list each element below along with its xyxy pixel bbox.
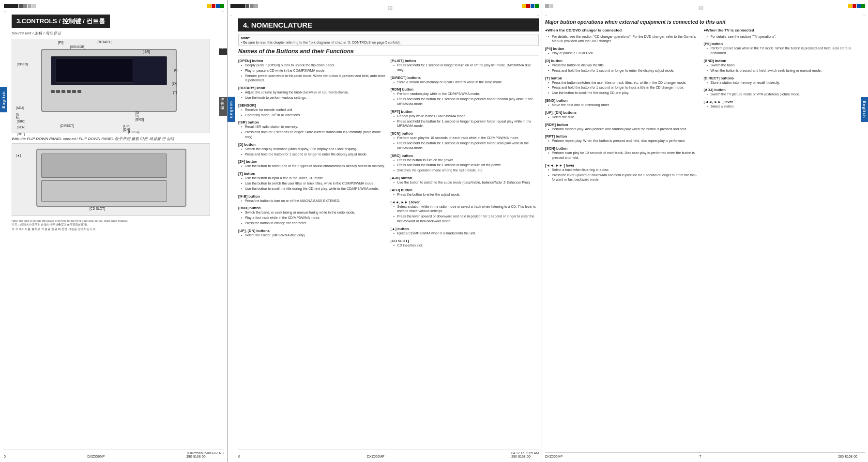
btn-mb: [M-B] button Press the button to turn on… [238, 194, 387, 204]
btn-open: [OPEN] button Deeply push in [OPEN] butt… [238, 59, 387, 83]
korean-tab: 한국어 [219, 97, 227, 116]
model-right: DXZ556MP [545, 455, 563, 458]
cddvd-pll: [Pll] button Play or pause a CD or DVD. [545, 46, 699, 56]
page-footer-middle: 6 DXZ556MP 04.12.16, 9:05 AM 280-8168-00 [238, 449, 539, 458]
cddvd-sub-note: For details, see the section "CD changer… [545, 34, 699, 45]
cddvd-bnd: [BND] button Move the next disc in incre… [545, 98, 699, 108]
btn-z: [Z+] button Use the button to select one… [238, 159, 387, 169]
btn-src: [SRC] button Press the button to turn on… [391, 154, 539, 173]
cddvd-scn: [SCN] button Perform scan play for 10 se… [545, 146, 699, 161]
btn-direct: [DIRECT] buttons Store a station into me… [391, 76, 539, 85]
page-number-right: 7 [700, 455, 701, 458]
page-left: ⌐¬ English 3.CONTROLS / 控制键 / 컨트롤 中文 한국어… [0, 0, 228, 462]
tv-pll: [Pll] button Perform preset scan while i… [704, 42, 858, 56]
section-title: Names of the Buttons and their Functions [238, 48, 539, 56]
cddvd-t: [T] button Press the button switches the… [545, 76, 699, 96]
btn-updn: [UP], [DN] buttons Select the Folder. (M… [238, 229, 387, 238]
cddvd-col: ●When the CD/DVD changer is connected Fo… [545, 28, 699, 452]
nomenclature-col2: [P.LIST] button Press and hold for 1 sec… [391, 59, 539, 448]
page-footer-left: 5 DXZ556MP +DXZ556MP-003-8-ENG 280-8168-… [4, 449, 224, 458]
cddvd-lever: [◄◄, ►► ] lever Select a track when list… [545, 163, 699, 183]
barcode2-middle: 280-8168-00 [511, 455, 539, 458]
btn-d: [D] button Switch the display indication… [238, 142, 387, 157]
btn-bnd: [BND] button Switch the band, or seek tu… [238, 206, 387, 226]
btn-am: [A-M] button Use the button to switch to… [391, 176, 539, 185]
flip-panel-label: With the FLIP DOWN PANEL opened / FLIP D… [12, 136, 224, 141]
btn-lever: [◄◄, ►► ] lever Select a station while i… [391, 200, 539, 224]
source-unit-label: Source unit / 主机 / 헤드유닛 [12, 31, 224, 36]
tv-col: ●When the TV is connected For details, s… [704, 28, 858, 452]
tv-lever: [◄◄, ►► ] lever Select a station. [704, 100, 858, 109]
btn-cdslot: [CD SLOT] CD insertion slot. [391, 239, 539, 248]
chinese-tab: 中文 [219, 48, 227, 55]
page-number-left: 5 [4, 455, 6, 458]
page-footer-right: DXZ556MP 7 280-8168-00 [545, 452, 865, 458]
right-main-title: Major button operations when external eq… [545, 18, 865, 26]
btn-scn: [SCN] button Perform scan play for 10 se… [391, 131, 539, 151]
btn-rdm: [RDM] button Perform random play while i… [391, 87, 539, 107]
barcode-right: 280-8168-00 [838, 455, 857, 458]
english-tab-middle: English [228, 97, 235, 122]
small-note: Note: Be sure to unfold this page and re… [12, 219, 224, 231]
chapter-title: 3.CONTROLS / 控制键 / 컨트롤 [12, 15, 110, 28]
chapter-title-middle: 4. NOMENCLATURE [238, 18, 539, 31]
note-text: • Be sure to read this chapter referring… [241, 41, 536, 44]
barcode-left: +DXZ556MP-003-8-ENG [186, 451, 224, 455]
tv-heading: ●When the TV is connected [704, 28, 858, 32]
btn-adj: [ADJ] button Press the button to enter t… [391, 188, 539, 198]
note-box: Note: • Be sure to read this chapter ref… [238, 34, 539, 46]
model-middle: DXZ556MP [367, 455, 384, 458]
barcode2-left: 280-8168-00 [186, 455, 224, 458]
btn-t: [T] button Use the button to input a tit… [238, 171, 387, 191]
corner-marks: ⌐¬ [4, 9, 224, 14]
page-right: ⊕ ⌐¬ English Major button operations whe… [542, 0, 868, 462]
controls-diagram-bottom: [CD SLOT] [▲] [12, 143, 210, 216]
tv-sub-note: For details, see the section "TV operati… [704, 34, 858, 40]
nomenclature-col1: [OPEN] button Deeply push in [OPEN] butt… [238, 59, 387, 448]
btn-plist: [P.LIST] button Press and hold for 1 sec… [391, 59, 539, 73]
btn-isr: [ISR] button Recall ISR radio station in… [238, 120, 387, 139]
model-left: DXZ556MP [87, 455, 105, 458]
english-tab-right: English [861, 97, 868, 122]
barcode-middle: 04.12.16, 9:05 AM [511, 451, 539, 455]
nomenclature-content: [OPEN] button Deeply push in [OPEN] butt… [238, 59, 539, 448]
right-content: ●When the CD/DVD changer is connected Fo… [545, 28, 865, 452]
tv-adj: [ADJ] button Switch the TV picture mode … [704, 88, 858, 97]
controls-diagram-top: [Pll] [ROTARY] [OPEN] [SENSOR] [ISR] [D]… [12, 39, 210, 133]
cddvd-d: [D] button Press the button to display t… [545, 59, 699, 74]
btn-eject: [▲] button Eject a CD/MP3/WMA when it is… [391, 227, 539, 236]
english-tab-left: English [0, 87, 7, 112]
btn-sensor: [SENSOR] Receiver for remote control uni… [238, 103, 387, 118]
btn-rotary: [ROTARY] knob Adjust the volume by turni… [238, 86, 387, 101]
page-number-middle: 6 [238, 455, 240, 458]
cddvd-rpt: [RPT] button Perform repeat play. When t… [545, 134, 699, 144]
page-middle: ⊕ ⌐¬ English 4. NOMENCLATURE Note: • Be … [228, 0, 542, 462]
btn-rpt: [RPT] button Repeat play while in the CD… [391, 109, 539, 129]
tv-bnd: [BND] button Switch the band. When the b… [704, 59, 858, 74]
cddvd-rdm: [RDM] button Perform random play. Also p… [545, 123, 699, 132]
cddvd-updn: [UP], [DN] buttons Select the disc. [545, 110, 699, 120]
cddvd-heading: ●When the CD/DVD changer is connected [545, 28, 699, 32]
tv-direct: [DIRECT] buttons Store a station into me… [704, 76, 858, 86]
